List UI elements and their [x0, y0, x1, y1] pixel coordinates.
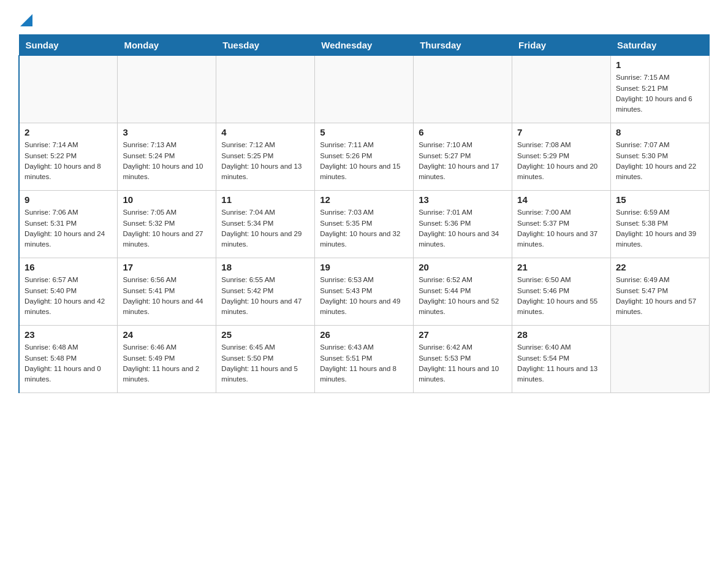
- calendar-cell: 7Sunrise: 7:08 AM Sunset: 5:29 PM Daylig…: [512, 123, 611, 191]
- calendar-week-3: 9Sunrise: 7:06 AM Sunset: 5:31 PM Daylig…: [19, 191, 710, 258]
- calendar-cell: 9Sunrise: 7:06 AM Sunset: 5:31 PM Daylig…: [19, 191, 118, 258]
- day-number: 20: [419, 262, 507, 272]
- day-number: 4: [221, 127, 309, 137]
- calendar-cell: 26Sunrise: 6:43 AM Sunset: 5:51 PM Dayli…: [315, 326, 414, 393]
- calendar-cell: 6Sunrise: 7:10 AM Sunset: 5:27 PM Daylig…: [414, 123, 512, 191]
- day-number: 3: [123, 127, 211, 137]
- day-info: Sunrise: 7:00 AM Sunset: 5:37 PM Dayligh…: [517, 207, 605, 250]
- day-info: Sunrise: 6:45 AM Sunset: 5:50 PM Dayligh…: [221, 342, 309, 385]
- calendar-cell: 2Sunrise: 7:14 AM Sunset: 5:22 PM Daylig…: [19, 123, 118, 191]
- logo-text: [18, 12, 32, 28]
- day-info: Sunrise: 6:56 AM Sunset: 5:41 PM Dayligh…: [123, 275, 211, 317]
- day-number: 27: [419, 329, 507, 340]
- day-info: Sunrise: 7:13 AM Sunset: 5:24 PM Dayligh…: [123, 140, 211, 182]
- calendar-cell: 28Sunrise: 6:40 AM Sunset: 5:54 PM Dayli…: [512, 326, 611, 393]
- day-info: Sunrise: 6:59 AM Sunset: 5:38 PM Dayligh…: [616, 207, 704, 250]
- day-number: 8: [616, 127, 704, 137]
- day-info: Sunrise: 7:08 AM Sunset: 5:29 PM Dayligh…: [517, 140, 605, 182]
- day-number: 12: [320, 194, 408, 205]
- day-number: 7: [517, 127, 605, 137]
- calendar-cell: 19Sunrise: 6:53 AM Sunset: 5:43 PM Dayli…: [315, 258, 414, 326]
- calendar-cell: [118, 56, 216, 123]
- calendar-cell: 4Sunrise: 7:12 AM Sunset: 5:25 PM Daylig…: [216, 123, 315, 191]
- calendar-cell: 3Sunrise: 7:13 AM Sunset: 5:24 PM Daylig…: [118, 123, 216, 191]
- day-number: 19: [320, 262, 408, 272]
- day-info: Sunrise: 6:48 AM Sunset: 5:48 PM Dayligh…: [25, 342, 112, 385]
- day-info: Sunrise: 6:46 AM Sunset: 5:49 PM Dayligh…: [123, 342, 211, 385]
- day-info: Sunrise: 7:14 AM Sunset: 5:22 PM Dayligh…: [25, 140, 112, 182]
- day-info: Sunrise: 6:55 AM Sunset: 5:42 PM Dayligh…: [221, 275, 309, 317]
- calendar-cell: [315, 56, 414, 123]
- day-number: 6: [419, 127, 507, 137]
- calendar-cell: 17Sunrise: 6:56 AM Sunset: 5:41 PM Dayli…: [118, 258, 216, 326]
- day-number: 10: [123, 194, 211, 205]
- calendar-cell: 1Sunrise: 7:15 AM Sunset: 5:21 PM Daylig…: [611, 56, 710, 123]
- day-info: Sunrise: 6:52 AM Sunset: 5:44 PM Dayligh…: [419, 275, 507, 317]
- weekday-header-sunday: Sunday: [19, 35, 118, 56]
- weekday-header-tuesday: Tuesday: [216, 35, 315, 56]
- day-number: 13: [419, 194, 507, 205]
- calendar-cell: [19, 56, 118, 123]
- day-info: Sunrise: 6:57 AM Sunset: 5:40 PM Dayligh…: [25, 275, 112, 317]
- weekday-header-friday: Friday: [512, 35, 611, 56]
- day-info: Sunrise: 6:50 AM Sunset: 5:46 PM Dayligh…: [517, 275, 605, 317]
- day-number: 28: [517, 329, 605, 340]
- calendar-week-2: 2Sunrise: 7:14 AM Sunset: 5:22 PM Daylig…: [19, 123, 710, 191]
- day-info: Sunrise: 7:05 AM Sunset: 5:32 PM Dayligh…: [123, 207, 211, 250]
- day-info: Sunrise: 7:01 AM Sunset: 5:36 PM Dayligh…: [419, 207, 507, 250]
- page-header: [18, 12, 710, 28]
- calendar-cell: [611, 326, 710, 393]
- calendar-cell: 25Sunrise: 6:45 AM Sunset: 5:50 PM Dayli…: [216, 326, 315, 393]
- calendar-cell: 12Sunrise: 7:03 AM Sunset: 5:35 PM Dayli…: [315, 191, 414, 258]
- day-info: Sunrise: 7:06 AM Sunset: 5:31 PM Dayligh…: [25, 207, 112, 250]
- weekday-header-wednesday: Wednesday: [315, 35, 414, 56]
- day-number: 26: [320, 329, 408, 340]
- calendar-cell: 21Sunrise: 6:50 AM Sunset: 5:46 PM Dayli…: [512, 258, 611, 326]
- day-info: Sunrise: 6:49 AM Sunset: 5:47 PM Dayligh…: [616, 275, 704, 317]
- weekday-header-thursday: Thursday: [414, 35, 512, 56]
- calendar-cell: 8Sunrise: 7:07 AM Sunset: 5:30 PM Daylig…: [611, 123, 710, 191]
- calendar-cell: 5Sunrise: 7:11 AM Sunset: 5:26 PM Daylig…: [315, 123, 414, 191]
- calendar-cell: 22Sunrise: 6:49 AM Sunset: 5:47 PM Dayli…: [611, 258, 710, 326]
- calendar-week-1: 1Sunrise: 7:15 AM Sunset: 5:21 PM Daylig…: [19, 56, 710, 123]
- day-number: 2: [25, 127, 112, 137]
- weekday-header-monday: Monday: [118, 35, 216, 56]
- day-info: Sunrise: 7:12 AM Sunset: 5:25 PM Dayligh…: [221, 140, 309, 182]
- calendar-cell: 20Sunrise: 6:52 AM Sunset: 5:44 PM Dayli…: [414, 258, 512, 326]
- calendar-cell: 24Sunrise: 6:46 AM Sunset: 5:49 PM Dayli…: [118, 326, 216, 393]
- day-info: Sunrise: 7:11 AM Sunset: 5:26 PM Dayligh…: [320, 140, 408, 182]
- day-number: 17: [123, 262, 211, 272]
- calendar-cell: 23Sunrise: 6:48 AM Sunset: 5:48 PM Dayli…: [19, 326, 118, 393]
- calendar-cell: [512, 56, 611, 123]
- day-info: Sunrise: 6:42 AM Sunset: 5:53 PM Dayligh…: [419, 342, 507, 385]
- day-number: 25: [221, 329, 309, 340]
- day-number: 9: [25, 194, 112, 205]
- logo-arrow-icon: [20, 14, 32, 26]
- day-info: Sunrise: 6:43 AM Sunset: 5:51 PM Dayligh…: [320, 342, 408, 385]
- calendar-cell: [414, 56, 512, 123]
- day-number: 21: [517, 262, 605, 272]
- calendar-cell: 16Sunrise: 6:57 AM Sunset: 5:40 PM Dayli…: [19, 258, 118, 326]
- day-info: Sunrise: 7:04 AM Sunset: 5:34 PM Dayligh…: [221, 207, 309, 250]
- day-number: 24: [123, 329, 211, 340]
- day-info: Sunrise: 7:03 AM Sunset: 5:35 PM Dayligh…: [320, 207, 408, 250]
- calendar-cell: 15Sunrise: 6:59 AM Sunset: 5:38 PM Dayli…: [611, 191, 710, 258]
- calendar-week-4: 16Sunrise: 6:57 AM Sunset: 5:40 PM Dayli…: [19, 258, 710, 326]
- day-info: Sunrise: 6:40 AM Sunset: 5:54 PM Dayligh…: [517, 342, 605, 385]
- day-number: 5: [320, 127, 408, 137]
- logo-blue: [18, 12, 32, 28]
- day-number: 18: [221, 262, 309, 272]
- day-info: Sunrise: 7:07 AM Sunset: 5:30 PM Dayligh…: [616, 140, 704, 182]
- calendar-week-5: 23Sunrise: 6:48 AM Sunset: 5:48 PM Dayli…: [19, 326, 710, 393]
- day-number: 1: [616, 59, 704, 70]
- calendar-cell: 13Sunrise: 7:01 AM Sunset: 5:36 PM Dayli…: [414, 191, 512, 258]
- logo: [18, 12, 32, 28]
- day-info: Sunrise: 7:15 AM Sunset: 5:21 PM Dayligh…: [616, 72, 704, 115]
- weekday-header-row: SundayMondayTuesdayWednesdayThursdayFrid…: [19, 35, 710, 56]
- day-number: 15: [616, 194, 704, 205]
- calendar-cell: 27Sunrise: 6:42 AM Sunset: 5:53 PM Dayli…: [414, 326, 512, 393]
- day-number: 23: [25, 329, 112, 340]
- day-info: Sunrise: 7:10 AM Sunset: 5:27 PM Dayligh…: [419, 140, 507, 182]
- calendar-cell: 18Sunrise: 6:55 AM Sunset: 5:42 PM Dayli…: [216, 258, 315, 326]
- calendar-cell: [216, 56, 315, 123]
